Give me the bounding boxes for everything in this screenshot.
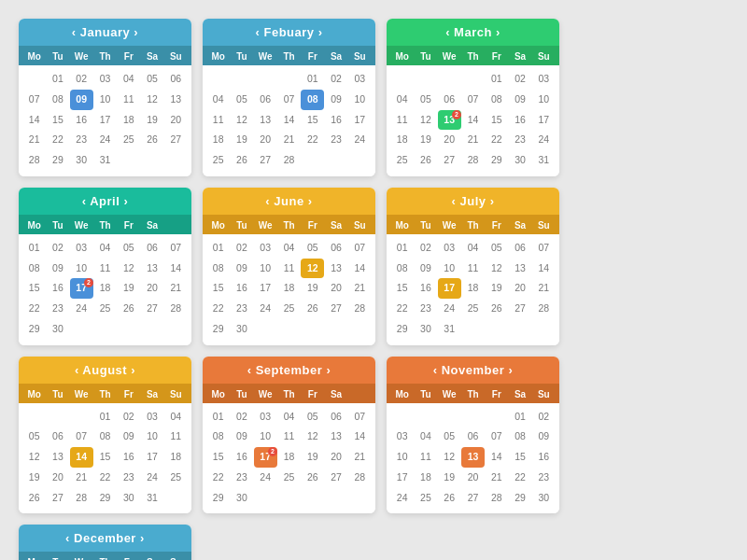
- day-cell[interactable]: 02: [46, 238, 69, 259]
- day-cell[interactable]: 01: [206, 238, 230, 259]
- day-cell[interactable]: 13: [164, 90, 188, 110]
- day-cell[interactable]: 15: [46, 110, 69, 131]
- day-cell[interactable]: 20: [438, 130, 461, 150]
- day-cell[interactable]: 15: [93, 447, 117, 468]
- day-cell[interactable]: 29: [22, 319, 46, 340]
- day-cell[interactable]: 08: [485, 90, 508, 110]
- day-cell[interactable]: 11: [414, 447, 437, 468]
- day-cell[interactable]: 30: [414, 319, 437, 340]
- day-cell[interactable]: 21: [277, 130, 301, 150]
- day-cell[interactable]: 22: [390, 299, 414, 319]
- day-cell[interactable]: 16: [70, 110, 93, 131]
- day-cell[interactable]: 10: [93, 90, 117, 110]
- day-cell[interactable]: 03: [438, 238, 461, 259]
- day-cell[interactable]: 13: [254, 110, 277, 131]
- day-cell[interactable]: 22: [301, 130, 324, 150]
- day-cell[interactable]: 24: [93, 130, 117, 150]
- day-cell[interactable]: 07: [532, 238, 556, 259]
- day-cell[interactable]: 07: [461, 90, 485, 110]
- day-cell[interactable]: 12: [301, 427, 324, 447]
- day-cell[interactable]: 15: [206, 447, 230, 468]
- day-cell[interactable]: 26: [301, 299, 324, 319]
- day-cell[interactable]: 29: [93, 488, 117, 509]
- day-cell[interactable]: 24: [140, 468, 163, 488]
- day-cell[interactable]: 05: [22, 427, 46, 447]
- day-cell[interactable]: 217: [70, 278, 93, 299]
- day-cell[interactable]: 09: [414, 259, 437, 279]
- next-month-btn[interactable]: ›: [308, 194, 313, 208]
- day-cell[interactable]: 06: [508, 238, 531, 259]
- day-cell[interactable]: 30: [230, 319, 253, 340]
- day-cell[interactable]: 25: [390, 150, 414, 171]
- day-cell[interactable]: 11: [117, 90, 140, 110]
- day-cell[interactable]: 14: [277, 110, 301, 131]
- day-cell[interactable]: 03: [532, 69, 556, 90]
- day-cell[interactable]: 07: [277, 90, 301, 110]
- next-month-btn[interactable]: ›: [490, 194, 495, 208]
- day-cell[interactable]: 27: [164, 130, 188, 150]
- day-cell[interactable]: 31: [93, 150, 117, 171]
- next-month-btn[interactable]: ›: [134, 25, 138, 39]
- day-cell[interactable]: 10: [532, 90, 556, 110]
- day-cell[interactable]: 16: [508, 110, 531, 131]
- day-cell[interactable]: 08: [206, 427, 230, 447]
- next-month-btn[interactable]: ›: [508, 363, 513, 377]
- day-cell[interactable]: 14: [532, 259, 556, 279]
- day-cell[interactable]: 29: [485, 150, 508, 171]
- day-cell[interactable]: 217: [254, 447, 277, 468]
- day-cell[interactable]: 15: [485, 110, 508, 131]
- day-cell[interactable]: 09: [230, 259, 253, 279]
- day-cell[interactable]: 07: [22, 90, 46, 110]
- day-cell[interactable]: 04: [117, 69, 140, 90]
- day-cell[interactable]: 29: [206, 488, 230, 509]
- day-cell[interactable]: 20: [46, 468, 69, 488]
- day-cell[interactable]: 06: [46, 427, 69, 447]
- day-cell[interactable]: 15: [206, 278, 230, 299]
- day-cell[interactable]: 19: [301, 278, 324, 299]
- day-cell[interactable]: 29: [390, 319, 414, 340]
- day-cell[interactable]: 12: [301, 259, 324, 279]
- day-cell[interactable]: 12: [22, 447, 46, 468]
- day-cell[interactable]: 30: [46, 319, 69, 340]
- day-cell[interactable]: 23: [70, 130, 93, 150]
- day-cell[interactable]: 14: [461, 110, 485, 131]
- day-cell[interactable]: 12: [117, 259, 140, 279]
- day-cell[interactable]: 09: [532, 427, 556, 447]
- day-cell[interactable]: 27: [140, 299, 163, 319]
- prev-month-btn[interactable]: ‹: [82, 194, 87, 208]
- day-cell[interactable]: 04: [277, 407, 301, 427]
- prev-month-btn[interactable]: ‹: [445, 25, 450, 39]
- day-cell[interactable]: 25: [277, 468, 301, 488]
- day-cell[interactable]: 08: [206, 259, 230, 279]
- day-cell[interactable]: 05: [140, 69, 163, 90]
- day-cell[interactable]: 05: [230, 90, 253, 110]
- day-cell[interactable]: 28: [70, 488, 93, 509]
- next-month-btn[interactable]: ›: [131, 363, 135, 377]
- day-cell[interactable]: 19: [438, 468, 461, 488]
- day-cell[interactable]: 213: [438, 110, 461, 131]
- day-cell[interactable]: 25: [93, 299, 117, 319]
- day-cell[interactable]: 21: [348, 447, 372, 468]
- prev-month-btn[interactable]: ‹: [65, 531, 70, 545]
- day-cell[interactable]: 01: [508, 407, 531, 427]
- day-cell[interactable]: 24: [348, 130, 372, 150]
- day-cell[interactable]: 12: [485, 259, 508, 279]
- day-cell[interactable]: 27: [254, 150, 277, 171]
- day-cell[interactable]: 07: [164, 238, 188, 259]
- day-cell[interactable]: 13: [461, 447, 485, 468]
- day-cell[interactable]: 04: [164, 407, 188, 427]
- day-cell[interactable]: 02: [324, 69, 347, 90]
- day-cell[interactable]: 04: [461, 238, 485, 259]
- day-cell[interactable]: 24: [532, 130, 556, 150]
- day-cell[interactable]: 28: [164, 299, 188, 319]
- prev-month-btn[interactable]: ‹: [256, 25, 261, 39]
- day-cell[interactable]: 01: [22, 238, 46, 259]
- day-cell[interactable]: 31: [140, 488, 163, 509]
- day-cell[interactable]: 21: [461, 130, 485, 150]
- day-cell[interactable]: 05: [485, 238, 508, 259]
- day-cell[interactable]: 09: [230, 427, 253, 447]
- day-cell[interactable]: 16: [324, 110, 347, 131]
- day-cell[interactable]: 23: [230, 468, 253, 488]
- day-cell[interactable]: 08: [46, 90, 69, 110]
- day-cell[interactable]: 29: [206, 319, 230, 340]
